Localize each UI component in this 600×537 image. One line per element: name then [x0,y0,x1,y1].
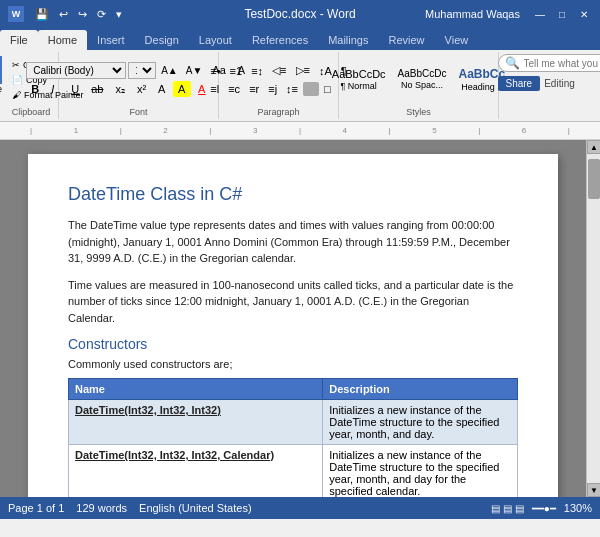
table-header-name: Name [69,379,323,400]
quick-access-toolbar: 💾 ↩ ↪ ⟳ ▾ [32,7,125,22]
tab-mailings[interactable]: Mailings [318,30,378,50]
font-group: Calibri (Body) 11 A▲ A▼ Aa A B I U ab x₂ [59,52,219,119]
tab-view[interactable]: View [435,30,479,50]
title-bar-left: W 💾 ↩ ↪ ⟳ ▾ [8,6,125,22]
share-button[interactable]: Share [498,76,541,91]
page-info: Page 1 of 1 [8,502,64,514]
superscript-button[interactable]: x² [132,81,151,97]
search-editing-group: 🔍 Share Editing [499,52,600,119]
style-normal[interactable]: AaBbCcDc ¶ Normal [327,64,391,96]
font-label: Font [129,105,147,117]
style-normal-label: ¶ Normal [341,81,377,91]
search-input[interactable] [524,58,601,69]
decrease-indent-button[interactable]: ◁≡ [268,62,290,79]
paragraph-group: ≡• ≡1 ≡↕ ◁≡ ▷≡ ↕A ¶ ≡l ≡c ≡r ≡j ↕≡ □ [219,52,339,119]
word-count: 129 words [76,502,127,514]
styles-content: AaBbCcDc ¶ Normal AaBbCcDc No Spac... Aa… [327,54,510,105]
tab-home[interactable]: Home [38,30,87,50]
font-size-select[interactable]: 11 [128,62,156,79]
align-center-button[interactable]: ≡c [224,81,244,97]
table-row: DateTime(Int32, Int32, Int32, Calendar)I… [69,445,518,498]
underline-button[interactable]: U [66,81,84,97]
scroll-track[interactable] [587,154,600,483]
constructors-note: Commonly used constructors are; [68,358,518,370]
tab-file[interactable]: File [0,30,38,50]
align-right-button[interactable]: ≡r [245,81,263,97]
scroll-down-button[interactable]: ▼ [587,483,600,497]
search-editing-content: 🔍 Share Editing [498,54,601,117]
bullets-button[interactable]: ≡• [206,63,224,79]
minimize-button[interactable]: — [532,6,548,22]
text-highlight-button[interactable]: A [173,81,191,97]
tab-layout[interactable]: Layout [189,30,242,50]
window-title: TestDoc.docx - Word [244,7,355,21]
multilevel-button[interactable]: ≡↕ [247,63,267,79]
font-grow-button[interactable]: A▲ [158,63,181,78]
zoom-slider[interactable]: ━━●━ [532,503,556,514]
scroll-thumb[interactable] [588,159,600,199]
line-spacing-button[interactable]: ↕≡ [282,81,302,97]
undo-button[interactable]: ↩ [56,7,71,22]
numbering-button[interactable]: ≡1 [226,63,247,79]
tab-design[interactable]: Design [135,30,189,50]
editing-label: Editing [544,78,575,89]
dropdown-button[interactable]: ▾ [113,7,125,22]
zoom-level: 130% [564,502,592,514]
text-effects-button[interactable]: A [153,81,171,97]
table-header-description: Description [323,379,518,400]
style-nospac[interactable]: AaBbCcDc No Spac... [393,64,452,96]
tab-review[interactable]: Review [379,30,435,50]
font-shrink-button[interactable]: A▼ [183,63,206,78]
paste-label: Paste [0,84,2,94]
table-cell-description: Initializes a new instance of the DateTi… [323,445,518,498]
style-nospac-preview: AaBbCcDc [398,67,447,80]
search-icon: 🔍 [505,56,520,70]
page-scroll-area[interactable]: DateTime Class in C# The DateTime value … [0,140,586,497]
status-bar: Page 1 of 1 129 words English (United St… [0,497,600,519]
styles-group: AaBbCcDc ¶ Normal AaBbCcDc No Spac... Aa… [339,52,499,119]
redo-button[interactable]: ↪ [75,7,90,22]
document-page: DateTime Class in C# The DateTime value … [28,154,558,497]
tab-references[interactable]: References [242,30,318,50]
shading-button[interactable] [303,82,319,96]
table-header-row: Name Description [69,379,518,400]
status-left: Page 1 of 1 129 words English (United St… [8,502,252,514]
font-name-select[interactable]: Calibri (Body) [26,62,126,79]
paragraph-2: Time values are measured in 100-nanoseco… [68,277,518,327]
bold-button[interactable]: B [26,81,44,97]
word-icon: W [8,6,24,22]
refresh-button[interactable]: ⟳ [94,7,109,22]
ribbon-search-box[interactable]: 🔍 [498,54,601,72]
align-left-button[interactable]: ≡l [206,81,223,97]
clipboard-label: Clipboard [12,105,51,117]
language: English (United States) [139,502,252,514]
table-cell-description: Initializes a new instance of the DateTi… [323,400,518,445]
ribbon-tabs: File Home Insert Design Layout Reference… [0,28,600,50]
table-row: DateTime(Int32, Int32, Int32)Initializes… [69,400,518,445]
scroll-up-button[interactable]: ▲ [587,140,600,154]
document-title: DateTime Class in C# [68,184,518,205]
styles-label: Styles [406,105,431,117]
paste-icon: 📋 [0,56,2,84]
close-button[interactable]: ✕ [576,6,592,22]
table-cell-name: DateTime(Int32, Int32, Int32, Calendar) [69,445,323,498]
constructors-title: Constructors [68,336,518,352]
save-button[interactable]: 💾 [32,7,52,22]
style-normal-preview: AaBbCcDc [332,67,386,81]
italic-button[interactable]: I [46,81,64,97]
user-name: Muhammad Waqas [425,8,520,20]
table-cell-name: DateTime(Int32, Int32, Int32) [69,400,323,445]
vertical-scrollbar[interactable]: ▲ ▼ [586,140,600,497]
subscript-button[interactable]: x₂ [110,81,130,98]
constructors-table: Name Description DateTime(Int32, Int32, … [68,378,518,497]
paragraph-label: Paragraph [257,105,299,117]
tab-insert[interactable]: Insert [87,30,135,50]
ruler: |1| 2| 3| 4| 5| 6| [0,122,600,140]
maximize-button[interactable]: □ [554,6,570,22]
strikethrough-button[interactable]: ab [86,81,108,97]
view-icons[interactable]: ▤ ▤ ▤ [491,503,524,514]
ruler-markings: |1| 2| 3| 4| 5| 6| [20,126,580,135]
paste-button[interactable]: 📋 Paste ▾ [0,54,6,105]
justify-button[interactable]: ≡j [264,81,281,97]
increase-indent-button[interactable]: ▷≡ [292,62,314,79]
